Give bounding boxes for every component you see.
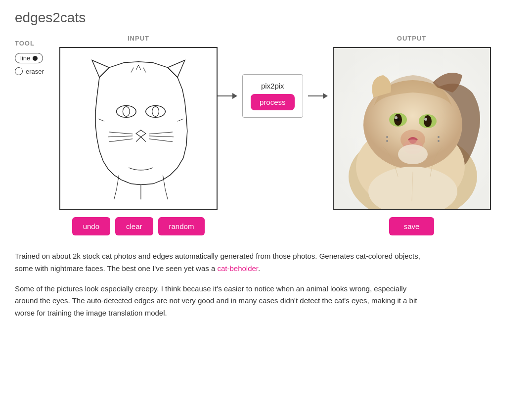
svg-point-1 (146, 106, 166, 118)
description-area: Trained on about 2k stock cat photos and… (15, 250, 420, 320)
svg-point-25 (438, 136, 440, 138)
svg-point-24 (386, 140, 388, 142)
output-image (333, 47, 491, 210)
left-arrow-shaft (218, 95, 232, 96)
svg-line-8 (149, 136, 174, 137)
eraser-radio[interactable] (15, 67, 23, 75)
tool-label: TOOL (15, 40, 35, 47)
cat-beholder-link[interactable]: cat-beholder (217, 264, 258, 273)
random-button[interactable]: random (158, 217, 205, 235)
svg-point-3 (152, 107, 159, 117)
drawing-canvas[interactable] (59, 47, 218, 210)
eraser-tool-label: eraser (26, 68, 44, 75)
save-row: save (389, 217, 435, 235)
pix2pix-box: pix2pix process (242, 74, 303, 118)
svg-point-19 (424, 115, 432, 127)
description-para1-end: . (258, 264, 260, 273)
page-title: edges2cats (15, 10, 517, 26)
svg-line-4 (109, 132, 133, 134)
svg-point-2 (123, 107, 130, 117)
input-label: INPUT (128, 35, 149, 42)
line-tool-pill[interactable]: line (15, 53, 43, 63)
line-selected-dot (33, 56, 38, 61)
svg-point-26 (438, 140, 440, 142)
svg-point-0 (117, 106, 136, 118)
process-button[interactable]: process (251, 94, 295, 110)
left-arrow-head (232, 93, 237, 99)
right-arrow-shaft (308, 95, 323, 96)
save-button[interactable]: save (389, 217, 435, 235)
input-button-row: undo clear random (72, 217, 205, 235)
svg-point-20 (424, 118, 427, 121)
eraser-tool-option[interactable]: eraser (15, 67, 44, 75)
clear-button[interactable]: clear (115, 217, 153, 235)
svg-point-17 (395, 116, 398, 119)
svg-line-7 (149, 132, 173, 134)
pix2pix-label: pix2pix (261, 82, 284, 90)
right-arrow-head (323, 93, 328, 99)
svg-point-23 (386, 136, 388, 138)
undo-button[interactable]: undo (72, 217, 110, 235)
output-label: OUTPUT (397, 35, 426, 42)
line-tool-label: line (20, 54, 30, 62)
svg-line-5 (108, 136, 133, 137)
svg-line-6 (109, 139, 133, 142)
svg-line-9 (149, 139, 173, 142)
pix2pix-area: pix2pix process (218, 74, 328, 118)
svg-point-27 (398, 144, 428, 164)
line-tool-option[interactable]: line (15, 53, 43, 63)
description-para2: Some of the pictures look especially cre… (15, 283, 420, 320)
